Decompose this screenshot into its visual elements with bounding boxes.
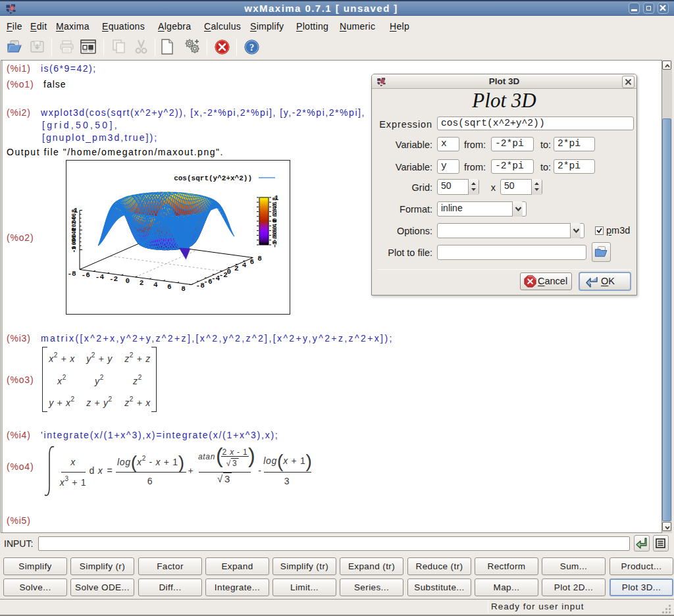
svg-text:-4: -4: [95, 273, 105, 281]
svg-text:2: 2: [234, 265, 239, 272]
svg-text:?: ?: [249, 42, 254, 53]
svg-text:0: 0: [226, 268, 231, 276]
svg-text:8: 8: [181, 285, 186, 293]
svg-text:-1: -1: [272, 242, 278, 248]
svg-text:-2: -2: [109, 275, 118, 283]
svg-text:6: 6: [250, 258, 255, 266]
svg-text:4: 4: [153, 281, 158, 289]
svg-text:0: 0: [125, 277, 130, 285]
svg-text:1: 1: [274, 194, 279, 202]
svg-text:6: 6: [167, 283, 172, 291]
svg-text:4: 4: [242, 261, 247, 269]
svg-text:-6: -6: [82, 271, 90, 279]
svg-text:2: 2: [140, 279, 144, 287]
svg-text:8: 8: [257, 255, 262, 263]
svg-text:cos(sqrt(y^2+x^2)): cos(sqrt(y^2+x^2)): [174, 174, 252, 182]
svg-text:-8: -8: [67, 270, 76, 278]
svg-text:1: 1: [74, 207, 78, 215]
